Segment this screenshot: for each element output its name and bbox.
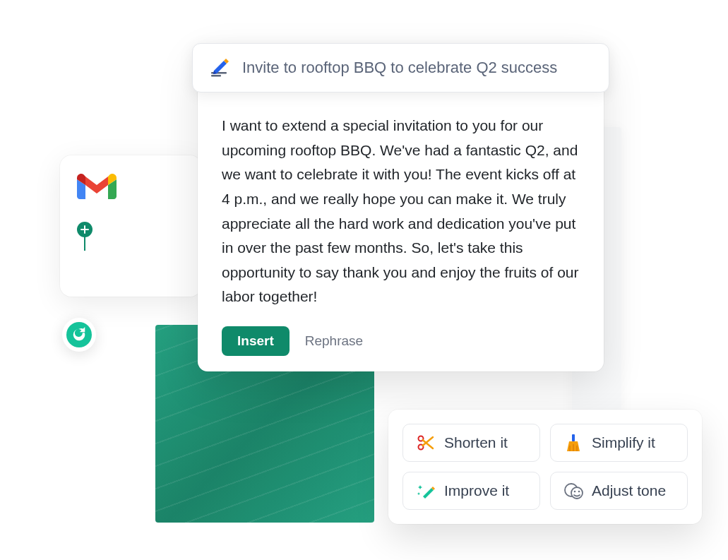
rephrase-link[interactable]: Rephrase [305, 333, 363, 349]
face-mood-icon [563, 481, 583, 501]
gmail-add-item[interactable] [77, 222, 184, 237]
chip-adjust-tone[interactable]: Adjust tone [550, 472, 688, 510]
compose-pen-icon [208, 56, 231, 79]
insert-button[interactable]: Insert [222, 326, 290, 356]
gmail-logo-icon [77, 172, 117, 202]
suggestion-chips-panel: Shorten it Simplify it [388, 410, 702, 524]
grammarly-badge[interactable] [62, 318, 96, 352]
prompt-input-bar[interactable]: Invite to rooftop BBQ to celebrate Q2 su… [192, 43, 609, 93]
svg-point-6 [571, 487, 583, 499]
svg-rect-1 [211, 75, 221, 77]
prompt-text: Invite to rooftop BBQ to celebrate Q2 su… [242, 59, 557, 77]
svg-point-7 [574, 491, 576, 493]
svg-point-8 [578, 491, 580, 493]
chip-label: Simplify it [592, 434, 655, 451]
chip-label: Shorten it [444, 434, 508, 451]
chip-label: Adjust tone [592, 482, 666, 499]
gmail-sidebar-card [60, 155, 201, 297]
plus-circle-icon [77, 222, 93, 237]
generated-body-text: I want to extend a special invitation to… [222, 114, 580, 309]
ai-writing-card: Invite to rooftop BBQ to celebrate Q2 su… [198, 46, 604, 371]
sparkle-pencil-icon [416, 481, 436, 501]
scissors-icon [416, 433, 436, 453]
generated-body-section: I want to extend a special invitation to… [198, 93, 604, 371]
broom-icon [563, 433, 583, 453]
chip-simplify[interactable]: Simplify it [550, 424, 688, 462]
grammarly-logo-icon [66, 322, 92, 347]
svg-rect-4 [572, 434, 575, 441]
chip-improve[interactable]: Improve it [402, 472, 540, 510]
add-item-connector [84, 237, 85, 251]
chip-label: Improve it [444, 482, 509, 499]
action-row: Insert Rephrase [222, 326, 580, 356]
chip-shorten[interactable]: Shorten it [402, 424, 540, 462]
